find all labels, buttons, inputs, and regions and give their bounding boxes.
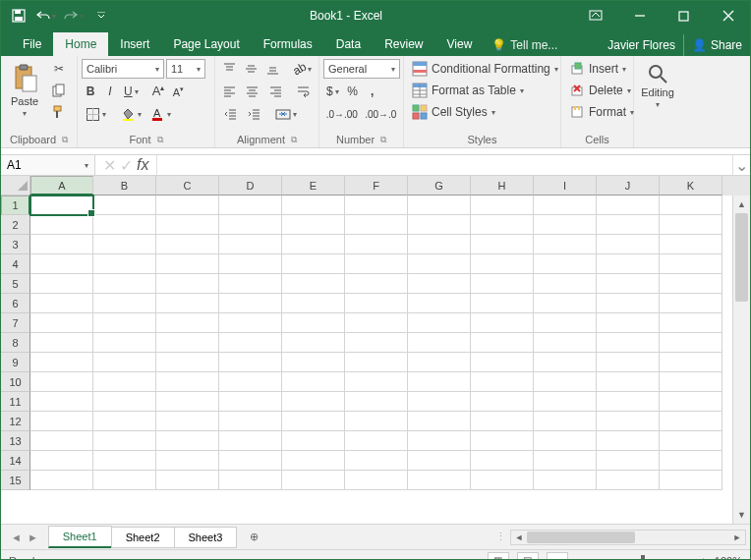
cell[interactable] <box>219 294 282 313</box>
copy-button[interactable] <box>48 81 70 100</box>
font-color-button[interactable]: A <box>146 104 174 124</box>
horizontal-scroll-thumb[interactable] <box>527 532 635 543</box>
scroll-right-button[interactable]: ► <box>729 531 745 544</box>
cell[interactable] <box>345 451 408 471</box>
cell[interactable] <box>534 353 597 372</box>
cell[interactable] <box>156 451 219 471</box>
borders-button[interactable] <box>82 104 109 124</box>
cell[interactable] <box>345 353 408 372</box>
cell[interactable] <box>219 392 282 412</box>
cell[interactable] <box>219 235 282 254</box>
cell[interactable] <box>534 333 597 353</box>
cell[interactable] <box>282 294 345 313</box>
cell[interactable] <box>93 215 156 235</box>
cell[interactable] <box>660 431 722 451</box>
column-header[interactable]: E <box>282 176 345 196</box>
column-header[interactable]: D <box>219 176 282 196</box>
cell[interactable] <box>597 333 660 353</box>
cell[interactable] <box>660 294 722 313</box>
cell[interactable] <box>660 215 722 235</box>
normal-view-button[interactable]: ▦ <box>488 552 509 561</box>
cell[interactable] <box>345 215 408 235</box>
cell[interactable] <box>93 196 156 215</box>
cell[interactable] <box>345 431 408 451</box>
redo-button[interactable] <box>62 4 86 28</box>
cell[interactable] <box>30 412 93 431</box>
cell[interactable] <box>282 372 345 392</box>
cell[interactable] <box>534 254 597 274</box>
cell[interactable] <box>471 392 534 412</box>
cell[interactable] <box>471 235 534 254</box>
cell[interactable] <box>408 254 471 274</box>
row-header[interactable]: 13 <box>1 431 30 451</box>
cell[interactable] <box>597 254 660 274</box>
minimize-button[interactable] <box>617 1 662 30</box>
cell[interactable] <box>219 196 282 215</box>
cell[interactable] <box>345 235 408 254</box>
wrap-text-button[interactable] <box>294 82 315 101</box>
cell[interactable] <box>282 431 345 451</box>
sheet-next-button[interactable]: ► <box>28 532 38 543</box>
cell[interactable] <box>408 392 471 412</box>
cell[interactable] <box>534 215 597 235</box>
cell[interactable] <box>471 294 534 313</box>
scroll-down-button[interactable]: ▼ <box>733 506 750 524</box>
cell[interactable] <box>345 333 408 353</box>
cell[interactable] <box>660 254 722 274</box>
cell[interactable] <box>597 313 660 333</box>
cell[interactable] <box>156 294 219 313</box>
tab-insert[interactable]: Insert <box>108 32 161 56</box>
sheet-tab-1[interactable]: Sheet1 <box>48 526 112 548</box>
row-header[interactable]: 8 <box>1 333 30 353</box>
cell[interactable] <box>282 196 345 215</box>
vertical-scroll-thumb[interactable] <box>735 213 748 302</box>
cell[interactable] <box>597 372 660 392</box>
cell[interactable] <box>534 235 597 254</box>
cell[interactable] <box>219 471 282 490</box>
tab-review[interactable]: Review <box>373 32 434 56</box>
cell[interactable] <box>93 372 156 392</box>
cell[interactable] <box>156 313 219 333</box>
row-header[interactable]: 3 <box>1 235 30 254</box>
cell[interactable] <box>471 254 534 274</box>
cell[interactable] <box>282 471 345 490</box>
cell[interactable] <box>30 333 93 353</box>
cell[interactable] <box>219 412 282 431</box>
zoom-out-button[interactable]: − <box>576 555 590 561</box>
tell-me-search[interactable]: 💡Tell me... <box>484 34 565 56</box>
cell[interactable] <box>30 451 93 471</box>
cell[interactable] <box>156 196 219 215</box>
cell[interactable] <box>30 196 93 215</box>
cut-button[interactable]: ✂ <box>48 59 70 79</box>
column-header[interactable]: H <box>471 176 534 196</box>
row-header[interactable]: 6 <box>1 294 30 313</box>
enter-formula-button[interactable]: ✓ <box>120 156 133 175</box>
cell[interactable] <box>597 471 660 490</box>
percent-format-button[interactable]: % <box>344 82 362 101</box>
column-header[interactable]: C <box>156 176 219 196</box>
cell[interactable] <box>408 372 471 392</box>
cell[interactable] <box>282 215 345 235</box>
insert-cells-button[interactable]: Insert▾ <box>565 59 630 79</box>
fill-color-button[interactable] <box>117 104 144 124</box>
align-center-button[interactable] <box>242 82 262 101</box>
cell[interactable] <box>156 372 219 392</box>
alignment-dialog-launcher[interactable]: ⧉ <box>291 135 297 145</box>
cell[interactable] <box>408 235 471 254</box>
tab-view[interactable]: View <box>435 32 485 56</box>
cell[interactable] <box>345 471 408 490</box>
cell[interactable] <box>219 431 282 451</box>
cell[interactable] <box>30 254 93 274</box>
column-header[interactable]: G <box>408 176 471 196</box>
cell[interactable] <box>597 412 660 431</box>
comma-format-button[interactable]: , <box>364 82 381 101</box>
cell[interactable] <box>660 274 722 294</box>
cell[interactable] <box>597 431 660 451</box>
increase-decimal-button[interactable]: .0→.00 <box>323 104 361 124</box>
conditional-formatting-button[interactable]: Conditional Formatting▾ <box>408 59 562 79</box>
cell[interactable] <box>597 215 660 235</box>
cell[interactable] <box>345 313 408 333</box>
cell[interactable] <box>156 471 219 490</box>
cell[interactable] <box>156 353 219 372</box>
cell[interactable] <box>93 254 156 274</box>
